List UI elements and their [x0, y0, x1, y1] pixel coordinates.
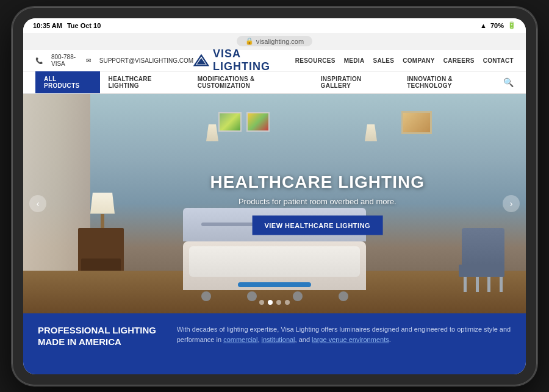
- chair-seat: [459, 265, 504, 277]
- hero-dots: [259, 300, 290, 305]
- email-icon: ✉: [86, 57, 91, 64]
- logo-area[interactable]: VISA LIGHTING: [193, 48, 295, 73]
- utility-bar: 📞 800-788-VISA ✉ SUPPORT@VISALIGHTING.CO…: [23, 50, 526, 72]
- nav-resources[interactable]: RESOURCES: [295, 57, 336, 64]
- nightstand: [78, 228, 124, 277]
- wall-art-1: [218, 112, 270, 132]
- wheel-4: [339, 291, 348, 301]
- tablet-screen: 10:35 AM Tue Oct 10 ▲ 70% 🔋 🔒 visalighti…: [23, 18, 526, 374]
- chair: [459, 228, 508, 289]
- lamp-base: [101, 214, 104, 229]
- status-bar: 10:35 AM Tue Oct 10 ▲ 70% 🔋: [23, 18, 526, 33]
- bottom-right: With decades of lighting expertise, Visa…: [177, 324, 511, 363]
- utility-nav: RESOURCES MEDIA SALES COMPANY CAREERS CO…: [295, 57, 514, 64]
- bedside-lamp: [90, 193, 115, 229]
- main-nav: ALL PRODUCTS HEALTHCARE LIGHTING MODIFIC…: [23, 72, 526, 94]
- status-right: ▲ 70% 🔋: [480, 21, 516, 29]
- nav-contact[interactable]: CONTACT: [483, 57, 514, 64]
- art-piece-2: [246, 112, 270, 132]
- bottom-left: PROFESSIONAL LIGHTING MADE IN AMERICA: [38, 324, 162, 363]
- email-address[interactable]: SUPPORT@VISALIGHTING.COM: [99, 57, 193, 64]
- wheel-2: [247, 291, 257, 301]
- phone-icon: 📞: [35, 57, 43, 64]
- visa-logo-icon: [193, 54, 209, 67]
- tab-all-products[interactable]: ALL PRODUCTS: [35, 71, 100, 93]
- nav-sales[interactable]: SALES: [373, 57, 394, 64]
- art-piece-1: [218, 112, 242, 132]
- hero-section: HEALTHCARE LIGHTING Products for patient…: [23, 94, 526, 313]
- utility-left: 📞 800-788-VISA ✉ SUPPORT@VISALIGHTING.CO…: [35, 54, 193, 67]
- tab-inspiration[interactable]: INSPIRATION GALLERY: [312, 71, 399, 93]
- hero-title: HEALTHCARE LIGHTING: [210, 172, 425, 191]
- search-icon[interactable]: 🔍: [503, 77, 514, 87]
- bottom-title: PROFESSIONAL LIGHTING MADE IN AMERICA: [38, 324, 162, 348]
- dot-3[interactable]: [276, 300, 281, 305]
- lamp-shade: [90, 193, 115, 214]
- nav-careers[interactable]: CAREERS: [443, 57, 475, 64]
- link-large-venue[interactable]: large venue environments: [312, 336, 389, 343]
- nav-company[interactable]: COMPANY: [403, 57, 434, 64]
- dot-2[interactable]: [268, 300, 273, 305]
- date: Tue Oct 10: [67, 22, 101, 29]
- dot-4[interactable]: [285, 300, 290, 305]
- hero-prev-arrow[interactable]: ‹: [29, 195, 46, 212]
- hero-content: HEALTHCARE LIGHTING Products for patient…: [210, 172, 425, 235]
- nav-media[interactable]: MEDIA: [344, 57, 365, 64]
- link-commercial[interactable]: commercial: [223, 336, 257, 343]
- chair-leg-1: [464, 277, 467, 292]
- status-left: 10:35 AM Tue Oct 10: [33, 22, 101, 29]
- hero-subtitle: Products for patient room overbed and mo…: [210, 196, 425, 205]
- chair-leg-2: [476, 277, 479, 292]
- url-pill[interactable]: 🔒 visalighting.com: [237, 36, 312, 46]
- chair-legs: [459, 277, 508, 292]
- url-text: visalighting.com: [256, 38, 304, 45]
- battery: 70%: [490, 22, 504, 29]
- chair-back: [462, 228, 504, 265]
- tab-healthcare-lighting[interactable]: HEALTHCARE LIGHTING: [100, 71, 189, 93]
- wheel-1: [201, 291, 211, 301]
- chair-leg-3: [487, 277, 490, 292]
- wifi-icon: ▲: [480, 22, 487, 29]
- wall-art-framed: [401, 111, 432, 134]
- wheel-3: [293, 291, 303, 301]
- phone-number[interactable]: 800-788-VISA: [51, 54, 77, 67]
- link-institutional[interactable]: institutional: [262, 336, 295, 343]
- bed-frame: [183, 241, 366, 290]
- bed-mattress: [189, 246, 360, 277]
- lock-icon: 🔒: [245, 37, 254, 45]
- tab-innovation[interactable]: INNOVATION & TECHNOLOGY: [398, 71, 503, 93]
- chair-leg-4: [500, 277, 503, 292]
- tablet-frame: 10:35 AM Tue Oct 10 ▲ 70% 🔋 🔒 visalighti…: [12, 7, 537, 385]
- battery-icon: 🔋: [508, 21, 516, 29]
- dot-1[interactable]: [259, 300, 264, 305]
- tab-modifications[interactable]: MODIFICATIONS & CUSTOMIZATION: [189, 71, 312, 93]
- bottom-section: PROFESSIONAL LIGHTING MADE IN AMERICA Wi…: [23, 313, 526, 374]
- hero-next-arrow[interactable]: ›: [503, 195, 520, 212]
- time: 10:35 AM: [33, 22, 62, 29]
- hero-cta-button[interactable]: VIEW HEALTHCARE LIGHTING: [252, 215, 382, 235]
- logo-text: VISA LIGHTING: [213, 48, 295, 73]
